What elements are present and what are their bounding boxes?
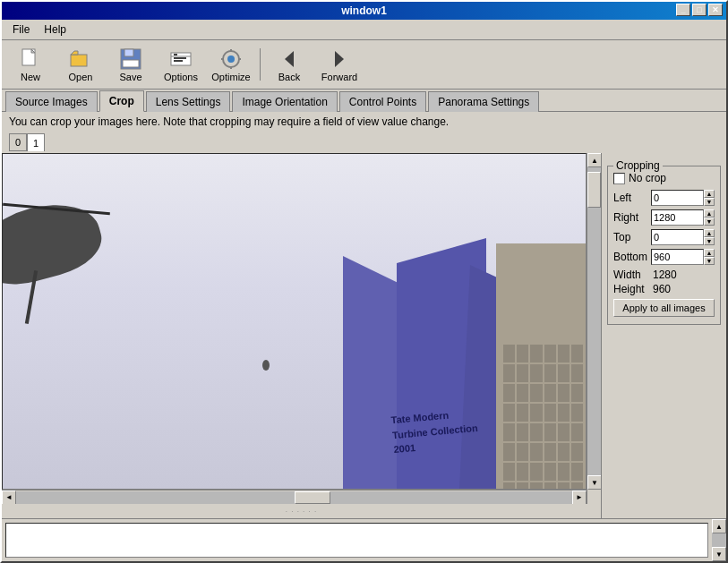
tabs-bar: Source Images Crop Lens Settings Image O… <box>2 90 726 112</box>
status-scroll-up[interactable]: ▲ <box>712 519 726 533</box>
toolbar-optimize-button[interactable]: Optimize <box>208 44 254 85</box>
scroll-up-button[interactable]: ▲ <box>587 153 601 167</box>
top-spin-down[interactable]: ▼ <box>704 237 715 245</box>
top-input[interactable]: 0 <box>651 229 704 245</box>
title-bar-buttons: _ □ ✕ <box>676 4 723 16</box>
svg-rect-11 <box>174 60 183 62</box>
svg-point-13 <box>227 55 235 63</box>
status-scroll-down[interactable]: ▼ <box>712 547 726 561</box>
tab-panorama-settings[interactable]: Panorama Settings <box>428 91 539 112</box>
scroll-h-thumb[interactable] <box>295 491 330 504</box>
right-input[interactable]: 1280 <box>651 209 704 226</box>
toolbar-new-label: New <box>21 72 40 82</box>
open-icon <box>68 47 93 72</box>
tab-control-points[interactable]: Control Points <box>339 91 426 112</box>
content-area: Tate Modern Turbine Collection 2001 ▲ ▼ <box>2 153 726 518</box>
building-grid <box>501 342 586 489</box>
image-selector: 0 1 <box>2 132 726 153</box>
resize-handle[interactable]: · · · · · · <box>2 504 601 518</box>
scroll-v-thumb[interactable] <box>587 172 601 208</box>
status-text-area <box>5 523 708 558</box>
svg-rect-10 <box>174 57 186 59</box>
menu-help[interactable]: Help <box>37 21 73 38</box>
banner-text: Tate Modern Turbine Collection 2001 <box>390 405 480 456</box>
menu-file[interactable]: File <box>5 21 37 38</box>
side-panel: Cropping No crop Left 0 ▲ ▼ <box>601 153 726 518</box>
left-row: Left 0 ▲ ▼ <box>613 190 715 206</box>
menu-bar: File Help <box>2 20 726 40</box>
info-text: You can crop your images here. Note that… <box>9 115 449 128</box>
svg-rect-2 <box>71 55 87 66</box>
back-icon <box>277 47 302 72</box>
cropping-group: Cropping No crop Left 0 ▲ ▼ <box>607 166 721 325</box>
width-value: 1280 <box>653 269 677 281</box>
left-label: Left <box>613 192 651 204</box>
scroll-corner <box>587 490 601 504</box>
scroll-right-button[interactable]: ► <box>572 490 587 505</box>
right-spin-down[interactable]: ▼ <box>704 218 715 226</box>
status-bar: ▲ ▼ <box>2 518 726 561</box>
image-content: Tate Modern Turbine Collection 2001 <box>3 154 586 489</box>
toolbar-open-button[interactable]: Open <box>57 44 104 85</box>
toolbar: New Open Save <box>2 40 726 90</box>
width-row: Width 1280 <box>613 269 715 281</box>
right-spin-up[interactable]: ▲ <box>704 209 715 218</box>
bottom-label: Bottom <box>613 251 651 263</box>
tab-lens-settings[interactable]: Lens Settings <box>146 91 231 112</box>
svg-marker-3 <box>71 51 78 55</box>
bottom-spin-up[interactable]: ▲ <box>704 249 715 257</box>
toolbar-save-label: Save <box>119 72 141 82</box>
left-spin-down[interactable]: ▼ <box>704 198 715 206</box>
toolbar-save-button[interactable]: Save <box>107 44 154 85</box>
image-panel: Tate Modern Turbine Collection 2001 ▲ ▼ <box>2 153 601 518</box>
height-value: 960 <box>653 283 671 295</box>
tab-crop[interactable]: Crop <box>99 90 144 112</box>
toolbar-open-label: Open <box>69 72 93 82</box>
toolbar-separator <box>260 48 261 81</box>
maximize-button[interactable]: □ <box>692 4 707 16</box>
image-tab-1[interactable]: 1 <box>27 133 45 151</box>
toolbar-optimize-label: Optimize <box>211 72 250 82</box>
left-spin-up[interactable]: ▲ <box>704 190 715 198</box>
svg-rect-9 <box>174 54 177 55</box>
scroll-down-button[interactable]: ▼ <box>587 475 601 490</box>
left-input[interactable]: 0 <box>651 190 704 206</box>
top-spin-up[interactable]: ▲ <box>704 229 715 237</box>
optimize-icon <box>218 47 244 72</box>
window-title: window1 <box>341 4 387 17</box>
toolbar-back-button[interactable]: Back <box>266 44 313 85</box>
tab-image-orientation[interactable]: Image Orientation <box>232 91 337 112</box>
scroll-left-button[interactable]: ◄ <box>2 490 16 505</box>
new-icon <box>18 47 43 72</box>
scroll-v-track[interactable] <box>587 167 601 475</box>
options-icon <box>168 47 193 72</box>
minimize-button[interactable]: _ <box>676 4 690 16</box>
toolbar-back-label: Back <box>278 72 300 82</box>
top-spinners: ▲ ▼ <box>704 229 715 245</box>
tab-source-images[interactable]: Source Images <box>5 91 98 112</box>
apply-to-all-button[interactable]: Apply to all images <box>613 299 715 317</box>
building <box>496 243 586 489</box>
main-window: window1 _ □ ✕ File Help New <box>0 0 728 563</box>
info-bar: You can crop your images here. Note that… <box>2 112 726 132</box>
height-row: Height 960 <box>613 283 715 295</box>
toolbar-options-button[interactable]: Options <box>158 44 204 85</box>
image-viewport[interactable]: Tate Modern Turbine Collection 2001 <box>2 153 587 490</box>
right-spinners: ▲ ▼ <box>704 209 715 226</box>
horizontal-scrollbar[interactable]: ◄ ► <box>2 490 587 504</box>
close-button[interactable]: ✕ <box>708 4 723 16</box>
toolbar-new-button[interactable]: New <box>7 44 54 85</box>
toolbar-forward-button[interactable]: Forward <box>316 44 363 85</box>
bottom-input[interactable]: 960 <box>651 249 704 265</box>
svg-marker-18 <box>285 51 294 67</box>
left-spinners: ▲ ▼ <box>704 190 715 206</box>
svg-rect-6 <box>123 60 139 67</box>
no-crop-checkbox[interactable] <box>613 173 625 184</box>
no-crop-label: No crop <box>629 172 666 184</box>
bottom-spin-down[interactable]: ▼ <box>704 257 715 265</box>
scroll-h-track[interactable] <box>16 491 572 504</box>
status-scroll-track <box>712 533 726 547</box>
title-bar: window1 _ □ ✕ <box>2 2 726 20</box>
vertical-scrollbar[interactable]: ▲ ▼ <box>587 153 601 490</box>
image-tab-0[interactable]: 0 <box>9 133 27 151</box>
